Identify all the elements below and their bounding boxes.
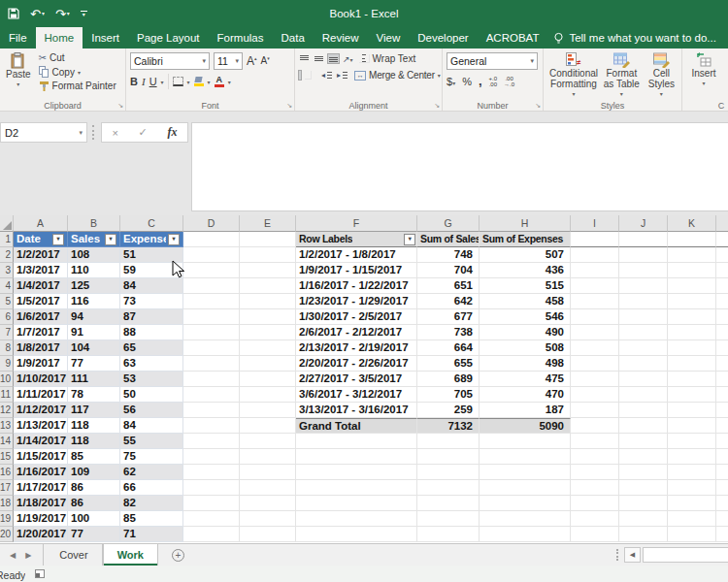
tab-formulas[interactable]: Formulas <box>209 27 273 48</box>
grid-cell[interactable] <box>417 527 480 542</box>
cancel-icon[interactable]: × <box>112 127 117 139</box>
grid-cell[interactable] <box>571 434 619 449</box>
grid-cell[interactable] <box>240 325 296 340</box>
bold-button[interactable]: B <box>130 76 138 87</box>
grid-cell[interactable]: 1/3/2017 <box>14 263 68 278</box>
grid-cell[interactable] <box>716 387 728 403</box>
grid-cell[interactable] <box>571 480 619 496</box>
grid-cell[interactable]: 546 <box>480 309 571 325</box>
grid-cell[interactable] <box>571 294 619 309</box>
grid-cell[interactable] <box>296 527 417 542</box>
grid-cell[interactable] <box>480 511 571 527</box>
grid-cell[interactable] <box>571 340 619 356</box>
grid-cell[interactable]: 50 <box>120 387 183 403</box>
column-header[interactable]: D <box>183 215 240 232</box>
grid-cell[interactable]: 507 <box>480 247 571 263</box>
grid-cell[interactable] <box>183 465 240 480</box>
grid-cell[interactable]: 1/23/2017 - 1/29/2017 <box>296 294 417 309</box>
row-header[interactable]: 18 <box>0 496 14 511</box>
grid-cell[interactable] <box>183 403 240 418</box>
grid-cell[interactable] <box>716 496 728 511</box>
grid-cell[interactable]: 1/2/2017 <box>14 247 68 263</box>
italic-button[interactable]: I <box>142 76 146 87</box>
grid-cell[interactable]: 508 <box>480 340 571 356</box>
grid-cell[interactable]: 1/18/2017 <box>14 496 68 511</box>
grid-cell[interactable] <box>619 418 668 434</box>
sheet-nav-right-icon[interactable]: ▶ <box>25 551 31 560</box>
grid-cell[interactable] <box>716 434 728 449</box>
grid-cell[interactable] <box>480 449 571 465</box>
grid-cell[interactable] <box>571 449 619 465</box>
grid-cell[interactable]: 55 <box>120 434 183 449</box>
grid-cell[interactable]: 71 <box>120 527 183 542</box>
grid-cell[interactable]: Sum of Sales <box>417 232 480 247</box>
grid-cell[interactable]: 490 <box>480 325 571 340</box>
grid-cell[interactable] <box>183 511 240 527</box>
grid-cell[interactable] <box>571 247 619 263</box>
chevron-down-icon[interactable]: ▾ <box>187 79 190 85</box>
row-header[interactable]: 4 <box>0 278 14 294</box>
grid-cell[interactable]: 1/12/2017 <box>14 403 68 418</box>
grid-cell[interactable] <box>183 294 240 309</box>
grid-cell[interactable] <box>240 418 296 434</box>
align-right-icon[interactable] <box>315 71 317 80</box>
column-header[interactable] <box>716 215 728 232</box>
grid-cell[interactable]: 689 <box>417 372 480 387</box>
grid-cell[interactable] <box>668 232 716 247</box>
grid-cell[interactable] <box>668 496 716 511</box>
decrease-indent-icon[interactable]: ◂ <box>321 71 333 80</box>
grid-cell[interactable] <box>619 403 668 418</box>
increase-decimal-button[interactable]: +.0.00 <box>489 76 498 87</box>
orientation-icon[interactable]: ↗▾ <box>343 54 353 64</box>
grid-cell[interactable]: 1/5/2017 <box>14 294 68 309</box>
format-as-table-button[interactable]: Format as Table▾ <box>600 51 644 101</box>
grid-cell[interactable] <box>183 309 240 325</box>
grid-cell[interactable] <box>240 496 296 511</box>
grid-cell[interactable] <box>571 465 619 480</box>
percent-button[interactable]: % <box>462 76 472 87</box>
grid-cell[interactable] <box>619 247 668 263</box>
grid-cell[interactable]: 111 <box>68 372 120 387</box>
grid-cell[interactable]: Sum of Expenses <box>480 232 571 247</box>
tab-home[interactable]: Home <box>36 27 83 48</box>
column-header[interactable]: G <box>417 215 480 232</box>
grid-cell[interactable] <box>571 496 619 511</box>
grid-cell[interactable] <box>240 294 296 309</box>
grid-cell[interactable] <box>183 278 240 294</box>
grid-cell[interactable] <box>183 480 240 496</box>
grid-cell[interactable]: 65 <box>120 340 183 356</box>
grid-cell[interactable] <box>716 465 728 480</box>
grid-cell[interactable] <box>183 232 240 247</box>
currency-button[interactable]: $▾ <box>447 76 455 87</box>
grid-cell[interactable] <box>668 434 716 449</box>
grid-cell[interactable] <box>668 511 716 527</box>
grid-cell[interactable]: 651 <box>417 278 480 294</box>
customize-qat-icon[interactable]: ▾ <box>81 11 87 16</box>
font-color-icon[interactable]: A <box>215 76 224 87</box>
grid-cell[interactable] <box>668 309 716 325</box>
grid-cell[interactable] <box>571 263 619 278</box>
grid-cell[interactable] <box>619 325 668 340</box>
fill-color-icon[interactable] <box>194 77 204 86</box>
grid-cell[interactable] <box>240 247 296 263</box>
grid-cell[interactable] <box>240 434 296 449</box>
grid-cell[interactable]: 1/17/2017 <box>14 480 68 496</box>
grid-cell[interactable]: 116 <box>68 294 120 309</box>
grid-cell[interactable] <box>240 309 296 325</box>
filter-dropdown-icon[interactable]: ▾ <box>168 234 180 245</box>
grid-cell[interactable]: 78 <box>68 387 120 403</box>
filter-dropdown-icon[interactable]: ▾ <box>52 234 64 245</box>
grid-cell[interactable]: 470 <box>480 387 571 403</box>
sheet-tab-cover[interactable]: Cover <box>46 544 102 566</box>
grid-cell[interactable]: 677 <box>417 309 480 325</box>
align-middle-icon[interactable] <box>314 54 324 63</box>
grid-cell[interactable] <box>716 511 728 527</box>
tab-data[interactable]: Data <box>273 27 314 48</box>
grid-cell[interactable] <box>240 278 296 294</box>
grid-cell[interactable] <box>480 434 571 449</box>
grid-cell[interactable] <box>619 465 668 480</box>
column-header[interactable]: B <box>68 215 120 232</box>
conditional-formatting-button[interactable]: ≠ Conditional Formatting▾ <box>547 51 600 101</box>
merge-center-button[interactable]: ↔Merge & Center▾ <box>352 69 443 81</box>
redo-icon[interactable]: ↷▾ <box>55 8 70 20</box>
